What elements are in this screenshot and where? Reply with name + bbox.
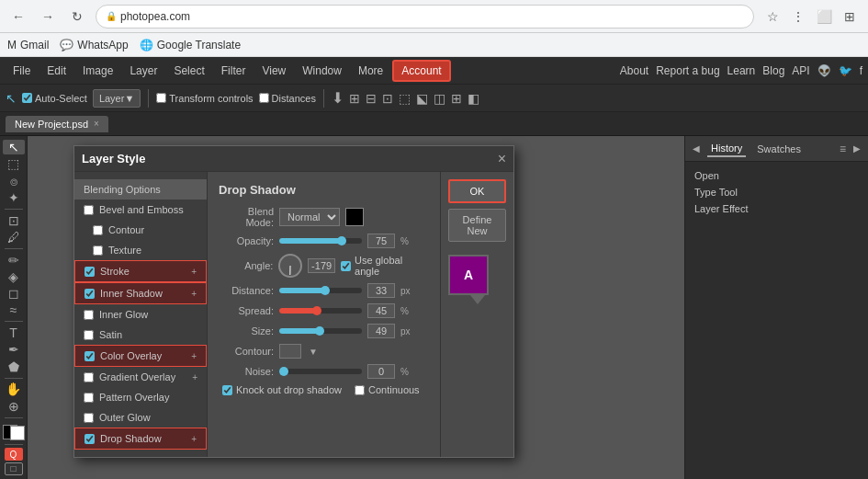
dialog-item-color-overlay[interactable]: Color Overlay + (74, 345, 207, 367)
toolbar-icon-8[interactable]: ⊞ (451, 91, 462, 106)
dialog-item-inner-shadow[interactable]: Inner Shadow + (74, 282, 207, 304)
dialog-item-contour[interactable]: Contour (74, 220, 207, 240)
clone-tool[interactable]: ◈ (3, 269, 25, 284)
more-button[interactable]: ⋮ (787, 6, 809, 28)
move-tool[interactable]: ↖ (3, 140, 25, 154)
smudge-tool[interactable]: ≈ (3, 302, 25, 317)
gradient-overlay-add-btn[interactable]: + (192, 372, 197, 382)
knockout-checkbox-label[interactable]: Knock out drop shadow (222, 384, 342, 395)
toolbar-icon-4[interactable]: ⊡ (382, 91, 393, 106)
zoom-tool[interactable]: ⊕ (3, 399, 25, 414)
forward-button[interactable]: → (37, 6, 59, 28)
auto-select-checkbox[interactable]: Auto-Select (22, 93, 87, 104)
inner-shadow-checkbox[interactable] (85, 289, 95, 299)
panel-tab-swatches[interactable]: Swatches (753, 142, 805, 156)
dialog-item-inner-glow[interactable]: Inner Glow (74, 304, 207, 325)
continuous-input[interactable] (355, 385, 365, 395)
menu-about[interactable]: About (620, 64, 648, 77)
size-value[interactable] (367, 324, 395, 338)
global-angle-checkbox[interactable]: Use global angle (341, 255, 429, 277)
eyedropper-tool[interactable]: 🖊 (3, 230, 25, 245)
texture-checkbox[interactable] (93, 245, 103, 256)
menu-more[interactable]: More (351, 62, 390, 80)
bevel-checkbox[interactable] (84, 205, 94, 215)
shape-tool[interactable]: ⬟ (3, 359, 25, 373)
color-overlay-add-btn[interactable]: + (191, 351, 197, 361)
outer-glow-checkbox[interactable] (84, 413, 94, 423)
knockout-input[interactable] (222, 385, 232, 395)
contour-arrow[interactable]: ▼ (309, 347, 318, 357)
satin-checkbox[interactable] (84, 330, 94, 340)
distances-input[interactable] (259, 93, 269, 103)
text-tool[interactable]: T (3, 325, 25, 340)
noise-slider[interactable] (279, 369, 362, 374)
contour-preview[interactable] (279, 344, 301, 359)
window-button[interactable]: ⬜ (813, 6, 835, 28)
noise-thumb[interactable] (279, 367, 288, 376)
bookmark-button[interactable]: ☆ (761, 6, 783, 28)
panel-item-type-tool[interactable]: Type Tool (691, 184, 862, 200)
toolbar-icon-1[interactable]: ⬇ (332, 89, 344, 107)
back-button[interactable]: ← (7, 6, 29, 28)
quick-mask-tool[interactable]: Q (5, 448, 23, 461)
reload-button[interactable]: ↻ (66, 6, 88, 28)
opacity-value[interactable] (367, 234, 395, 248)
layer-dropdown[interactable]: Layer ▼ (93, 89, 141, 108)
menu-report-bug[interactable]: Report a bug (656, 64, 719, 77)
stroke-add-btn[interactable]: + (191, 267, 197, 277)
inner-glow-checkbox[interactable] (84, 310, 94, 320)
menu-facebook-icon[interactable]: f (860, 64, 862, 77)
bookmark-translate[interactable]: 🌐 Google Translate (140, 39, 241, 51)
dialog-close-button[interactable]: × (498, 151, 506, 167)
bookmark-gmail[interactable]: M Gmail (7, 39, 49, 51)
dialog-item-bevel[interactable]: Bevel and Emboss (74, 200, 207, 220)
url-bar[interactable]: 🔒 photopea.com (96, 5, 754, 29)
blend-mode-color[interactable] (345, 208, 364, 226)
panel-menu-button[interactable]: ≡ (840, 143, 846, 155)
spread-thumb[interactable] (312, 306, 321, 315)
distance-slider[interactable] (279, 288, 362, 293)
dialog-item-pattern-overlay[interactable]: Pattern Overlay (74, 387, 207, 407)
angle-control[interactable] (278, 254, 302, 278)
toolbar-icon-7[interactable]: ◫ (434, 91, 445, 106)
panel-collapse-right[interactable]: ▶ (853, 143, 861, 154)
blend-mode-select[interactable]: Normal (279, 208, 340, 226)
menu-blog[interactable]: Blog (762, 64, 784, 77)
continuous-checkbox-label[interactable]: Continuous (355, 384, 420, 395)
panel-collapse-left[interactable]: ◀ (693, 143, 700, 154)
transform-checkbox[interactable]: Transform controls (156, 93, 253, 104)
noise-value[interactable] (367, 364, 395, 379)
angle-value[interactable] (308, 258, 335, 273)
inner-shadow-add-btn[interactable]: + (191, 289, 197, 299)
grid-button[interactable]: ⊞ (839, 6, 861, 28)
background-color[interactable] (10, 426, 25, 440)
panel-tab-history[interactable]: History (707, 141, 746, 157)
crop-tool[interactable]: ⊡ (3, 212, 25, 227)
toolbar-icon-6[interactable]: ⬕ (416, 91, 428, 106)
dialog-item-blending[interactable]: Blending Options (74, 179, 207, 200)
toolbar-icon-2[interactable]: ⊞ (349, 91, 360, 106)
global-angle-input[interactable] (341, 261, 351, 271)
dialog-item-stroke[interactable]: Stroke + (74, 260, 207, 282)
auto-select-input[interactable] (22, 93, 32, 103)
distance-thumb[interactable] (321, 286, 330, 295)
dialog-item-satin[interactable]: Satin (74, 325, 207, 345)
hand-tool[interactable]: ✋ (3, 382, 25, 396)
menu-view[interactable]: View (254, 62, 293, 80)
gradient-overlay-checkbox[interactable] (84, 372, 94, 382)
screen-mode-tool[interactable]: □ (5, 462, 23, 475)
menu-filter[interactable]: Filter (214, 62, 254, 80)
dialog-item-texture[interactable]: Texture (74, 240, 207, 260)
size-slider[interactable] (279, 328, 362, 334)
bookmark-whatsapp[interactable]: 💬 WhatsApp (60, 39, 128, 51)
ok-button[interactable]: OK (448, 179, 506, 203)
panel-item-layer-effect[interactable]: Layer Effect (691, 200, 862, 217)
menu-twitter-icon[interactable]: 🐦 (839, 64, 852, 77)
color-selector[interactable] (3, 425, 25, 439)
color-overlay-checkbox[interactable] (85, 351, 95, 361)
stroke-checkbox[interactable] (85, 267, 95, 277)
menu-edit[interactable]: Edit (39, 62, 73, 80)
distance-value[interactable] (367, 283, 395, 298)
eraser-tool[interactable]: ◻ (3, 286, 25, 301)
brush-tool[interactable]: ✏ (3, 253, 25, 268)
